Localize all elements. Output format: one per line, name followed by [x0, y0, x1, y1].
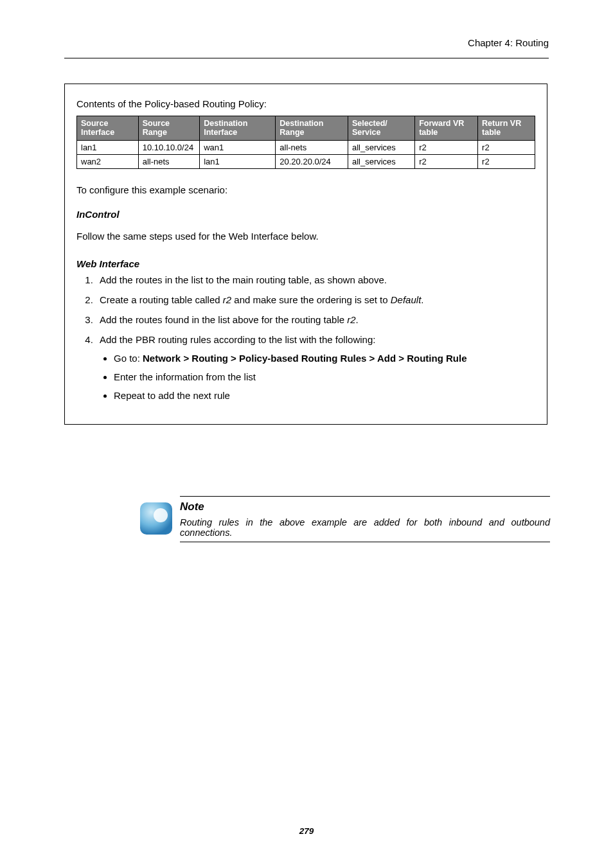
th-dst-if: Destination Interface — [200, 116, 276, 141]
step: Create a routing table called r2 and mak… — [96, 294, 535, 305]
cell: r2 — [415, 140, 478, 154]
note-rule-top — [180, 496, 550, 497]
cell: all-nets — [138, 154, 200, 168]
note-block: Note Routing rules in the above example … — [180, 496, 550, 546]
sub-item: Repeat to add the next rule — [114, 390, 535, 401]
note-body: Routing rules in the above example are a… — [180, 517, 550, 538]
cell: 20.20.20.0/24 — [276, 154, 348, 168]
th-src-range: Source Range — [138, 116, 200, 141]
page-number: 279 — [0, 826, 613, 836]
th-service: Selected/ Service — [348, 116, 414, 141]
step-text: . — [356, 314, 359, 325]
note-icon — [139, 501, 173, 536]
step-text: Add the routes found in the list above f… — [100, 314, 347, 325]
step: Add the routes in the list to the main r… — [96, 274, 535, 285]
cell: r2 — [478, 154, 535, 168]
cell: all_services — [348, 140, 414, 154]
sub-text: Network > Routing > Policy-based Routing… — [143, 353, 467, 364]
th-fwd: Forward VR table — [415, 116, 478, 141]
note-title: Note — [180, 500, 550, 513]
step-text: r2 — [347, 314, 355, 325]
cell: wan2 — [77, 154, 139, 168]
svg-point-1 — [154, 508, 168, 522]
cell: r2 — [415, 154, 478, 168]
policy-table: Source Interface Source Range Destinatio… — [76, 116, 535, 169]
step-text: r2 — [223, 294, 231, 305]
th-ret: Return VR table — [478, 116, 535, 141]
step-text: and make sure the ordering is set to — [231, 294, 391, 305]
step-text: Default — [391, 294, 422, 305]
webif-label: Web Interface — [76, 258, 535, 269]
cell: all-nets — [276, 140, 348, 154]
example-box: Contents of the Policy-based Routing Pol… — [64, 84, 547, 425]
cell: 10.10.10.0/24 — [138, 140, 200, 154]
running-header: Chapter 4: Routing — [468, 37, 549, 48]
sub-item: Go to: Network > Routing > Policy-based … — [114, 353, 535, 364]
sub-text: Go to: — [114, 353, 143, 364]
cell: lan1 — [200, 154, 276, 168]
cell: r2 — [478, 140, 535, 154]
header-rule — [64, 58, 549, 58]
incontrol-text: Follow the same steps used for the Web I… — [76, 229, 535, 244]
step-text: . — [421, 294, 423, 305]
th-src-if: Source Interface — [77, 116, 139, 141]
table-row: lan1 10.10.10.0/24 wan1 all-nets all_ser… — [77, 140, 535, 154]
table-row: wan2 all-nets lan1 20.20.20.0/24 all_ser… — [77, 154, 535, 168]
th-dst-range: Destination Range — [276, 116, 348, 141]
cell: all_services — [348, 154, 414, 168]
cell: wan1 — [200, 140, 276, 154]
step: Add the routes found in the list above f… — [96, 314, 535, 325]
step: Add the PBR routing rules according to t… — [96, 334, 535, 401]
step-text: Add the PBR routing rules according to t… — [100, 334, 375, 345]
step-text: Create a routing table called — [100, 294, 223, 305]
note-rule-bottom — [180, 542, 550, 542]
configure-line: To configure this example scenario: — [76, 183, 535, 197]
incontrol-label: InControl — [76, 209, 535, 220]
sub-list: Go to: Network > Routing > Policy-based … — [100, 353, 535, 401]
sub-item: Enter the information from the list — [114, 371, 535, 382]
cell: lan1 — [77, 140, 139, 154]
webif-steps: Add the routes in the list to the main r… — [76, 274, 535, 401]
box-intro: Contents of the Policy-based Routing Pol… — [76, 98, 535, 109]
